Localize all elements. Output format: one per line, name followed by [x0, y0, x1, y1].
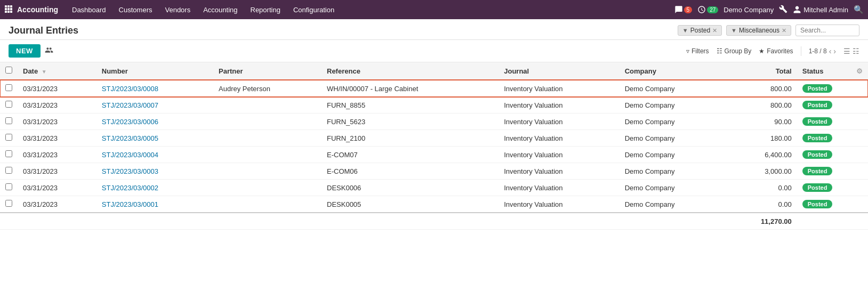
status-badge: Posted [802, 134, 833, 142]
app-grid-icon[interactable] [4, 5, 13, 15]
row-checkbox-cell[interactable] [0, 163, 18, 180]
user-avatar[interactable]: Mitchell Admin [793, 5, 848, 14]
list-view-icon[interactable]: ☰ [843, 47, 850, 55]
messages-icon[interactable]: 5 [674, 5, 693, 14]
row-number: STJ/2023/03/0007 [97, 97, 213, 114]
tools-icon[interactable] [779, 5, 787, 15]
row-checkbox[interactable] [5, 167, 12, 174]
table-row[interactable]: 03/31/2023 STJ/2023/03/0006 FURN_5623 In… [0, 114, 868, 130]
nav-dashboard[interactable]: Dashboard [67, 0, 111, 19]
row-date: 03/31/2023 [18, 196, 97, 213]
row-journal: Inventory Valuation [499, 180, 619, 196]
row-number: STJ/2023/03/0001 [97, 196, 213, 213]
select-all-checkbox[interactable] [5, 67, 12, 74]
row-checkbox-cell[interactable] [0, 80, 18, 97]
col-header-company[interactable]: Company [620, 62, 725, 80]
row-number: STJ/2023/03/0004 [97, 147, 213, 163]
table-row[interactable]: 03/31/2023 STJ/2023/03/0005 FURN_2100 In… [0, 130, 868, 147]
filter-tag-miscellaneous[interactable]: ▼ Miscellaneous ✕ [726, 25, 791, 36]
row-company: Demo Company [620, 163, 725, 180]
row-date: 03/31/2023 [18, 97, 97, 114]
next-page-button[interactable]: › [833, 47, 836, 55]
row-checkbox-cell[interactable] [0, 147, 18, 163]
table-row[interactable]: 03/31/2023 STJ/2023/03/0002 DESK0006 Inv… [0, 180, 868, 196]
row-company: Demo Company [620, 114, 725, 130]
company-name[interactable]: Demo Company [724, 6, 774, 14]
col-header-reference[interactable]: Reference [322, 62, 499, 80]
action-bar: NEW ▿ Filters ☷ Group By ★ Favorites 1-8… [0, 40, 868, 62]
filter-posted-close[interactable]: ✕ [712, 27, 717, 34]
pagination: 1-8 / 8 ‹ › [809, 47, 836, 55]
nav-reporting[interactable]: Reporting [245, 0, 286, 19]
row-date: 03/31/2023 [18, 114, 97, 130]
row-reference: FURN_5623 [322, 114, 499, 130]
row-journal: Inventory Valuation [499, 114, 619, 130]
row-checkbox[interactable] [5, 200, 12, 207]
row-checkbox[interactable] [5, 183, 12, 190]
row-company: Demo Company [620, 130, 725, 147]
row-checkbox-cell[interactable] [0, 130, 18, 147]
funnel-icon-2: ▼ [731, 27, 737, 34]
col-settings-icon[interactable]: ⚙ [856, 67, 863, 75]
row-checkbox[interactable] [5, 84, 12, 91]
row-checkbox-cell[interactable] [0, 196, 18, 213]
col-header-number[interactable]: Number [97, 62, 213, 80]
svg-rect-0 [5, 5, 7, 7]
group-by-button[interactable]: ☷ Group By [717, 47, 752, 55]
table-header-row: Date ▼ Number Partner Reference Journal … [0, 62, 868, 80]
row-checkbox[interactable] [5, 150, 12, 157]
nav-accounting[interactable]: Accounting [198, 0, 243, 19]
col-header-journal[interactable]: Journal [499, 62, 619, 80]
nav-vendors[interactable]: Vendors [159, 0, 196, 19]
nav-configuration[interactable]: Configuration [288, 0, 340, 19]
group-by-label: Group By [725, 47, 752, 55]
search-icon[interactable]: 🔍 [854, 5, 864, 14]
filters-button[interactable]: ▿ Filters [686, 47, 709, 55]
row-checkbox[interactable] [5, 134, 12, 141]
nav-customers[interactable]: Customers [114, 0, 158, 19]
top-navigation: Accounting Dashboard Customers Vendors A… [0, 0, 868, 19]
row-company: Demo Company [620, 97, 725, 114]
col-header-status[interactable]: Status ⚙ [797, 62, 868, 80]
row-partner [213, 97, 322, 114]
row-number: STJ/2023/03/0005 [97, 130, 213, 147]
row-number: STJ/2023/03/0003 [97, 163, 213, 180]
select-all-header[interactable] [0, 62, 18, 80]
table-row[interactable]: 03/31/2023 STJ/2023/03/0001 DESK0005 Inv… [0, 196, 868, 213]
activity-icon[interactable]: 27 [697, 5, 718, 14]
filter-misc-close[interactable]: ✕ [782, 27, 786, 34]
table-row[interactable]: 03/31/2023 STJ/2023/03/0008 Audrey Peter… [0, 80, 868, 97]
grid-view-icon[interactable]: ☷ [853, 47, 859, 55]
row-reference: DESK0005 [322, 196, 499, 213]
table-row[interactable]: 03/31/2023 STJ/2023/03/0003 E-COM06 Inve… [0, 163, 868, 180]
row-checkbox-cell[interactable] [0, 180, 18, 196]
row-journal: Inventory Valuation [499, 163, 619, 180]
col-header-partner[interactable]: Partner [213, 62, 322, 80]
row-checkbox-cell[interactable] [0, 97, 18, 114]
row-checkbox-cell[interactable] [0, 114, 18, 130]
date-sort-icon: ▼ [42, 69, 47, 75]
row-checkbox[interactable] [5, 101, 12, 108]
filter-tag-posted[interactable]: ▼ Posted ✕ [678, 25, 722, 36]
row-number: STJ/2023/03/0002 [97, 180, 213, 196]
row-reference: DESK0006 [322, 180, 499, 196]
status-badge: Posted [802, 150, 833, 159]
filter-bar: ▼ Posted ✕ ▼ Miscellaneous ✕ [678, 25, 859, 36]
row-checkbox[interactable] [5, 117, 12, 124]
table-row[interactable]: 03/31/2023 STJ/2023/03/0004 E-COM07 Inve… [0, 147, 868, 163]
filter-misc-label: Miscellaneous [739, 27, 779, 34]
new-button[interactable]: NEW [9, 44, 41, 58]
upload-icon[interactable] [45, 46, 53, 56]
row-total: 0.00 [725, 196, 797, 213]
favorites-button[interactable]: ★ Favorites [759, 47, 793, 55]
svg-rect-5 [10, 8, 12, 10]
page-title: Journal Entries [9, 25, 78, 36]
col-header-date[interactable]: Date ▼ [18, 62, 97, 80]
table-row[interactable]: 03/31/2023 STJ/2023/03/0007 FURN_8855 In… [0, 97, 868, 114]
col-header-total[interactable]: Total [725, 62, 797, 80]
status-badge: Posted [802, 183, 833, 192]
search-input[interactable] [795, 25, 859, 36]
view-toggle: ☰ ☷ [843, 47, 859, 55]
prev-page-button[interactable]: ‹ [829, 47, 832, 55]
row-reference: E-COM06 [322, 163, 499, 180]
